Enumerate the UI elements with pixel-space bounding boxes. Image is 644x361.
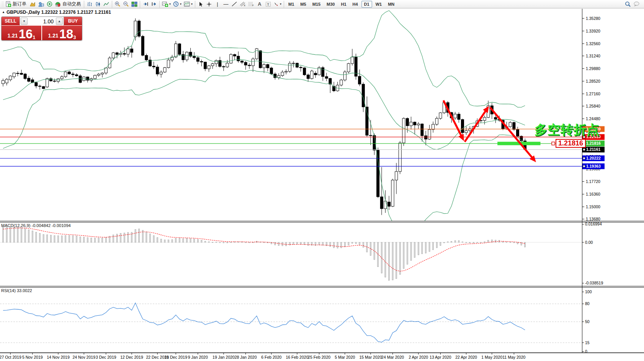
dropdown-caret-icon: ▾ [169, 2, 171, 6]
toolbar-grip[interactable] [2, 1, 3, 7]
chat-icon [633, 1, 640, 7]
charts-button[interactable] [28, 0, 37, 8]
vertical-line-button[interactable]: | [213, 0, 222, 8]
timeframe-h4[interactable]: H4 [350, 1, 361, 8]
date-axis-tick: 25 Feb 2020 [308, 355, 330, 359]
new-order-button[interactable]: 新订单 [4, 0, 28, 8]
channel-button[interactable]: E [239, 0, 247, 8]
date-axis-tick: 12 Dec 2019 [120, 355, 143, 359]
market-watch-button[interactable] [37, 0, 45, 8]
price-axis-tick: 1.28520 [586, 79, 600, 83]
date-axis-tick: 19 Jan 2020 [212, 355, 235, 359]
buy-price-big: 18 [59, 28, 74, 40]
zoom-in-button[interactable] [113, 0, 122, 8]
svg-text:F: F [252, 4, 254, 7]
volume-decrease-button[interactable]: ▼ [21, 18, 28, 25]
crosshair-icon [206, 2, 212, 7]
horizontal-line-icon: — [224, 2, 229, 7]
new-chart-button[interactable]: ▾ [161, 0, 172, 8]
macd-axis-tick: 0.016994 [585, 222, 602, 226]
trendline-button[interactable] [230, 0, 239, 8]
tile-windows-button[interactable] [130, 0, 139, 8]
timeframe-m30[interactable]: M30 [324, 1, 337, 8]
date-axis-tick: 15 Mar 2020 [360, 355, 382, 359]
text-icon: A [258, 2, 261, 7]
date-axis-tick: 24 Mar 2020 [381, 355, 404, 359]
horizontal-line-button[interactable]: — [222, 0, 230, 8]
timeframe-mn[interactable]: MN [385, 1, 397, 8]
market-watch-icon [38, 2, 44, 7]
chart-canvas[interactable]: 1.352801.339201.325601.312401.298801.285… [0, 0, 644, 361]
trendline-icon [232, 2, 237, 7]
date-axis-tick: 27 Oct 2019 [0, 355, 21, 359]
cursor-button[interactable] [196, 0, 205, 8]
search-button[interactable] [624, 0, 632, 8]
timeframe-m15[interactable]: M15 [310, 1, 323, 8]
price-axis-tick: 1.15000 [586, 204, 600, 209]
collapse-arrow-icon[interactable]: ▲ [2, 10, 5, 14]
auto-scroll-button[interactable] [141, 0, 150, 8]
zoom-out-button[interactable] [122, 0, 130, 8]
quote-values: 1.22322 1.22376 1.21127 1.21161 [41, 10, 111, 15]
autotrade-label: 自动交易 [62, 1, 82, 7]
navigator-button[interactable] [45, 0, 54, 8]
fibonacci-button[interactable]: F [247, 0, 255, 8]
buy-price-display[interactable]: 1.21 18 3 [42, 26, 82, 41]
autotrade-button[interactable]: 自动交易 [54, 0, 83, 8]
templates-icon [184, 2, 190, 7]
buy-price-sup: 3 [73, 35, 76, 40]
arrows-icon [273, 2, 279, 7]
date-axis-tick: 11 May 2020 [502, 355, 525, 359]
date-axis-tick: 3 Dec 2019 [96, 355, 116, 359]
volume-increase-button[interactable]: ▲ [56, 18, 63, 25]
price-axis-tick: 1.29880 [586, 66, 600, 71]
sell-price-prefix: 1.21 [7, 31, 18, 40]
date-axis-tick: 24 Nov 2019 [72, 355, 95, 359]
buy-button[interactable]: BUY [64, 17, 82, 26]
date-axis-tick: 28 Jan 2020 [235, 355, 257, 359]
bar-chart-icon [87, 2, 93, 7]
sell-price-display[interactable]: 1.21 16 1 [2, 26, 41, 41]
text-label-button[interactable]: T [264, 0, 272, 8]
toolbar-separator [84, 1, 84, 8]
timeframe-m5[interactable]: M5 [297, 1, 309, 8]
level-price-tag: 1.21161 [586, 147, 601, 152]
rsi-axis-tick: 0 [585, 349, 587, 354]
bar-chart-button[interactable] [85, 0, 94, 8]
periods-icon [173, 1, 179, 7]
line-chart-button[interactable] [102, 0, 111, 8]
date-axis-tick: 16 Feb 2020 [286, 355, 309, 359]
chart-shift-button[interactable] [150, 0, 158, 8]
equidistant-channel-icon: E [240, 2, 246, 7]
rsi-axis-tick: 15 [585, 340, 590, 345]
volume-input[interactable] [28, 17, 55, 26]
chart-shift-icon [151, 2, 157, 7]
dropdown-caret-icon: ▾ [180, 2, 181, 6]
timeframe-h1[interactable]: H1 [338, 1, 349, 8]
price-axis-tick: 1.25840 [586, 104, 600, 108]
text-button[interactable]: A [255, 0, 264, 8]
timeframe-m1[interactable]: M1 [286, 1, 297, 8]
macd-axis-tick: 0.00 [585, 240, 593, 245]
line-chart-icon [103, 2, 110, 7]
periods-button[interactable]: ▾ [172, 0, 183, 8]
sell-button[interactable]: SELL [2, 17, 20, 26]
arrows-button[interactable]: ▾ [272, 0, 283, 8]
timeframe-w1[interactable]: W1 [373, 1, 385, 8]
date-axis-tick: 6 Feb 2020 [261, 355, 281, 359]
crosshair-button[interactable] [205, 0, 213, 8]
rsi-axis-tick: 80 [585, 301, 590, 306]
templates-button[interactable]: ▾ [183, 0, 194, 8]
date-axis-tick: 22 Apr 2020 [455, 355, 477, 359]
charts-icon [29, 2, 36, 7]
candle-chart-button[interactable] [94, 0, 102, 8]
toolbar: 新订单 自动交易 ▾ ▾ [0, 0, 644, 8]
level-price-tag: 1.20222 [586, 156, 601, 160]
timeframe-d1[interactable]: D1 [361, 1, 372, 8]
chat-button[interactable] [632, 0, 641, 8]
search-icon [625, 1, 631, 7]
date-axis-tick: 5 Mar 2020 [335, 355, 355, 359]
zoom-out-icon [123, 1, 129, 7]
support-price-label: 1.21816 [556, 139, 586, 148]
svg-text:E: E [244, 4, 245, 7]
